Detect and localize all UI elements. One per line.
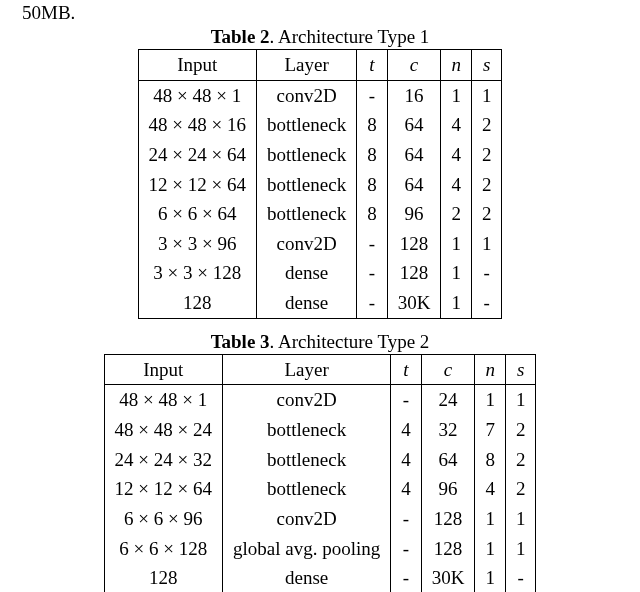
page: 50MB. Table 2. Architecture Type 1 Input… (0, 0, 640, 592)
cell-n: 1 (441, 229, 472, 259)
col-layer: Layer (257, 50, 357, 81)
table-header-row: Input Layer t c n s (138, 50, 502, 81)
cell-s: 2 (471, 110, 502, 140)
cell-input: 6 × 6 × 128 (104, 534, 222, 564)
cell-s: - (505, 563, 536, 592)
table-row: 48 × 48 × 1 conv2D - 16 1 1 (138, 80, 502, 110)
cell-t: - (391, 563, 422, 592)
cell-input: 24 × 24 × 64 (138, 140, 256, 170)
cell-n: 2 (441, 199, 472, 229)
cell-c: 64 (421, 445, 475, 475)
cell-c: 96 (421, 474, 475, 504)
cell-layer: conv2D (222, 504, 390, 534)
col-c: c (421, 354, 475, 385)
col-input: Input (138, 50, 256, 81)
cell-t: - (357, 229, 388, 259)
cell-s: 1 (471, 80, 502, 110)
table3-caption-title: . Architecture Type 2 (270, 331, 430, 352)
cell-input: 12 × 12 × 64 (138, 170, 256, 200)
cell-n: 1 (441, 80, 472, 110)
table2-caption-label: Table 2 (211, 26, 270, 47)
cell-t: - (391, 385, 422, 415)
cell-c: 128 (387, 258, 441, 288)
table-row: 3 × 3 × 96 conv2D - 128 1 1 (138, 229, 502, 259)
cell-t: - (391, 534, 422, 564)
table2: Input Layer t c n s 48 × 48 × 1 conv2D -… (138, 49, 503, 319)
cell-layer: bottleneck (257, 170, 357, 200)
cell-n: 1 (475, 534, 506, 564)
cell-input: 48 × 48 × 16 (138, 110, 256, 140)
table3-caption: Table 3. Architecture Type 2 (16, 331, 624, 353)
cell-c: 16 (387, 80, 441, 110)
col-c: c (387, 50, 441, 81)
cell-input: 48 × 48 × 1 (104, 385, 222, 415)
cell-input: 48 × 48 × 24 (104, 415, 222, 445)
cell-c: 32 (421, 415, 475, 445)
cell-s: 2 (505, 474, 536, 504)
cell-c: 30K (387, 288, 441, 318)
cell-t: - (357, 258, 388, 288)
col-n: n (441, 50, 472, 81)
cell-layer: bottleneck (257, 110, 357, 140)
cell-s: - (471, 288, 502, 318)
cell-s: - (471, 258, 502, 288)
cell-input: 6 × 6 × 64 (138, 199, 256, 229)
cell-s: 2 (471, 199, 502, 229)
cell-t: - (391, 504, 422, 534)
cell-t: - (357, 288, 388, 318)
cell-layer: dense (257, 288, 357, 318)
col-t: t (391, 354, 422, 385)
cell-n: 1 (441, 258, 472, 288)
cell-s: 1 (471, 229, 502, 259)
cell-n: 4 (441, 110, 472, 140)
cell-t: 8 (357, 199, 388, 229)
cell-n: 4 (441, 170, 472, 200)
cell-layer: conv2D (257, 80, 357, 110)
cell-n: 4 (441, 140, 472, 170)
cell-layer: bottleneck (222, 474, 390, 504)
table-row: 12 × 12 × 64 bottleneck 8 64 4 2 (138, 170, 502, 200)
col-s: s (505, 354, 536, 385)
cell-t: 8 (357, 170, 388, 200)
cell-c: 128 (421, 534, 475, 564)
cell-s: 2 (471, 170, 502, 200)
cell-n: 7 (475, 415, 506, 445)
cell-s: 2 (505, 415, 536, 445)
cell-n: 1 (475, 563, 506, 592)
cell-layer: global avg. pooling (222, 534, 390, 564)
cell-input: 48 × 48 × 1 (138, 80, 256, 110)
table-row: 24 × 24 × 32 bottleneck 4 64 8 2 (104, 445, 536, 475)
cell-layer: bottleneck (257, 199, 357, 229)
table-row: 48 × 48 × 24 bottleneck 4 32 7 2 (104, 415, 536, 445)
col-layer: Layer (222, 354, 390, 385)
cell-input: 3 × 3 × 96 (138, 229, 256, 259)
cell-layer: dense (222, 563, 390, 592)
cell-c: 128 (387, 229, 441, 259)
cell-layer: bottleneck (257, 140, 357, 170)
table-header-row: Input Layer t c n s (104, 354, 536, 385)
cell-c: 24 (421, 385, 475, 415)
table-row: 24 × 24 × 64 bottleneck 8 64 4 2 (138, 140, 502, 170)
cell-s: 1 (505, 534, 536, 564)
table-row: 6 × 6 × 128 global avg. pooling - 128 1 … (104, 534, 536, 564)
cell-n: 1 (475, 385, 506, 415)
cell-c: 30K (421, 563, 475, 592)
cell-input: 12 × 12 × 64 (104, 474, 222, 504)
cell-s: 1 (505, 504, 536, 534)
col-s: s (471, 50, 502, 81)
col-n: n (475, 354, 506, 385)
col-input: Input (104, 354, 222, 385)
cell-layer: bottleneck (222, 445, 390, 475)
cell-t: 4 (391, 445, 422, 475)
cell-c: 64 (387, 170, 441, 200)
cell-t: 8 (357, 110, 388, 140)
cell-input: 24 × 24 × 32 (104, 445, 222, 475)
cell-s: 2 (505, 445, 536, 475)
table-row: 48 × 48 × 16 bottleneck 8 64 4 2 (138, 110, 502, 140)
cell-layer: conv2D (257, 229, 357, 259)
table2-caption-title: . Architecture Type 1 (270, 26, 430, 47)
table-row: 12 × 12 × 64 bottleneck 4 96 4 2 (104, 474, 536, 504)
cell-input: 6 × 6 × 96 (104, 504, 222, 534)
cell-s: 2 (471, 140, 502, 170)
table3: Input Layer t c n s 48 × 48 × 1 conv2D -… (104, 354, 537, 592)
